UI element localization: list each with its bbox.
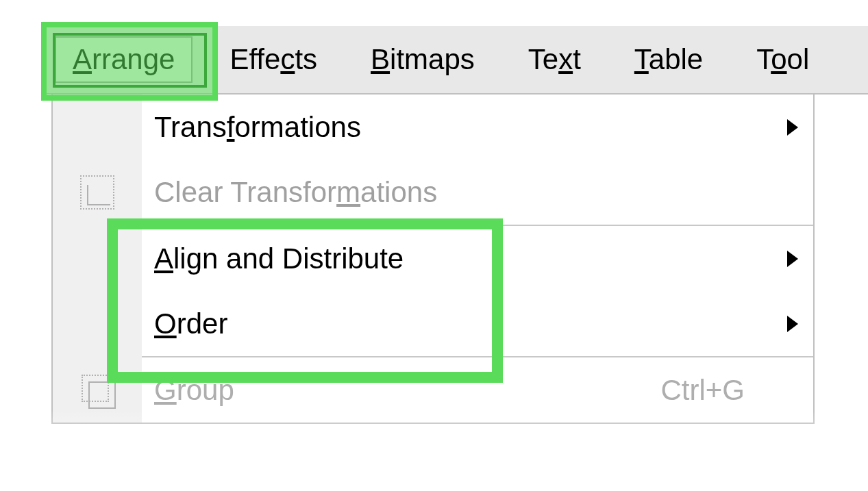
- menu-arrange[interactable]: Arrange: [55, 36, 193, 83]
- submenu-arrow-icon: [772, 119, 813, 136]
- menu-text: t: [573, 43, 581, 75]
- menu-item-icon-slot: [53, 226, 142, 291]
- menu-text: ts: [295, 43, 317, 75]
- menu-item-label: Align and Distribute: [142, 242, 772, 275]
- menu-text: T: [756, 43, 771, 75]
- menu-effects[interactable]: Effects: [213, 38, 334, 81]
- menu-accelerator: A: [73, 43, 92, 75]
- menu-item-icon-slot: [53, 291, 142, 356]
- menu-accelerator: T: [634, 43, 649, 75]
- arrange-dropdown: Transformations Clear Transformations Al…: [51, 95, 815, 424]
- menu-text[interactable]: Text: [512, 38, 597, 81]
- menu-accelerator: x: [558, 43, 573, 75]
- menu-item-transformations[interactable]: Transformations: [53, 95, 813, 160]
- menu-item-icon-slot: [53, 95, 142, 160]
- menu-tools[interactable]: Tool: [740, 38, 826, 81]
- submenu-arrow-icon: [772, 316, 813, 332]
- menu-text: able: [649, 43, 703, 75]
- menu-accelerator: c: [280, 43, 295, 75]
- menu-bitmaps[interactable]: Bitmaps: [354, 38, 491, 81]
- menu-text: ol: [787, 43, 810, 75]
- menu-item-group: Group Ctrl+G: [53, 357, 813, 423]
- menu-item-shortcut: Ctrl+G: [660, 374, 772, 407]
- menu-bar: Arrange Effects Bitmaps Text Table Tool: [41, 26, 868, 95]
- menu-item-label: Clear Transformations: [142, 176, 772, 209]
- menu-text: itmaps: [390, 43, 475, 75]
- menu-text: Te: [528, 43, 558, 75]
- submenu-arrow-icon: [772, 251, 813, 267]
- menu-text: Effe: [230, 43, 280, 75]
- menu-item-label: Order: [142, 307, 772, 340]
- menu-text: rrange: [92, 43, 175, 75]
- menu-item-label: Group: [142, 374, 660, 407]
- menu-item-align-and-distribute[interactable]: Align and Distribute: [53, 226, 813, 291]
- group-icon: [53, 357, 142, 423]
- menu-table[interactable]: Table: [618, 38, 719, 81]
- clear-transformations-icon: [53, 160, 142, 225]
- menu-item-label: Transformations: [142, 111, 772, 144]
- menu-item-order[interactable]: Order: [53, 291, 813, 356]
- menu-item-clear-transformations: Clear Transformations: [53, 160, 813, 225]
- menu-accelerator: o: [771, 43, 786, 75]
- menu-accelerator: B: [371, 43, 390, 75]
